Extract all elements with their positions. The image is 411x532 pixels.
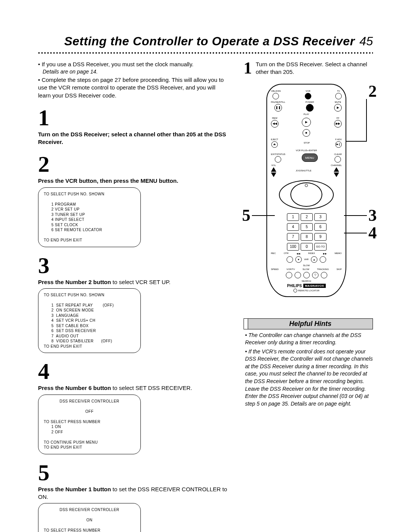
power-button — [306, 104, 314, 112]
osd-header: TO SELECT PRESS NUMBER — [44, 528, 135, 532]
osd-header: TO SELECT PRESS NUMBER — [44, 419, 135, 425]
label-jog: JOG/SHUTTLE — [296, 169, 311, 172]
osd-item: 6 SET DSS RECEIVER — [51, 329, 96, 333]
callout-line — [346, 141, 367, 142]
callout-line — [344, 215, 367, 216]
label-cbldss: CBL/DSS — [271, 90, 281, 92]
brand-row: PHILIPS MAGNAVOX — [287, 284, 325, 288]
step-text: Press the Number 6 button to select SET … — [38, 384, 228, 392]
label-mute: MUTE — [335, 101, 341, 103]
osd-item: 3 TUNER SET UP — [51, 212, 135, 217]
label-memo: MEMO — [335, 252, 342, 254]
dotted-rule: ••••••••••••••••••••••••••••••••••••••••… — [38, 50, 373, 56]
manual-page: Setting the Controller to Operate a DSS … — [0, 0, 411, 532]
var-up-button: ▲ — [311, 256, 317, 263]
key-5: 5 — [301, 223, 313, 231]
osd-item: 4 INPUT SELECT — [51, 217, 135, 222]
osd-item: 2 VCR SET UP — [51, 207, 135, 212]
bullet-text: If you use a DSS Receiver, you must set … — [41, 61, 193, 67]
right-step-number: 1 — [244, 61, 252, 76]
step-text: Turn on the DSS Receiver; select a chann… — [38, 131, 228, 146]
tracking-button: ▽ — [312, 272, 319, 278]
hint-item: If the VCR's remote control does not ope… — [245, 348, 373, 408]
label-clear: CLEAR — [334, 153, 342, 155]
hints-list: The Controller can change channels at th… — [244, 332, 373, 408]
callout-line — [344, 233, 367, 233]
label-tracking: TRACKING — [317, 268, 329, 270]
step-bold: Press the Number 6 button — [38, 385, 111, 391]
osd-screen: TO SELECT PUSH NO. SHOWN 1 SET REPEAT PL… — [38, 288, 141, 353]
osd-items: 1 PROGRAM 2 VCR SET UP 3 TUNER SET UP 4 … — [44, 202, 135, 233]
key-9: 9 — [314, 233, 327, 241]
label-stop: STOP — [304, 142, 310, 144]
osd-item: 5 SET CLOCK — [51, 222, 135, 228]
osd-item: 7 AUDIO OUT — [51, 334, 79, 338]
label-otr: OTR — [284, 252, 288, 254]
hint-item: The Controller can change channels at th… — [245, 332, 373, 347]
label-exit: EXIT/STATUS — [271, 153, 285, 155]
step-rest: to select SET DSS RECEIVER. — [111, 385, 192, 391]
label-channel: CHANNEL — [331, 164, 342, 166]
key-goto: GO-TO — [314, 243, 327, 251]
label-fadv: F.ADV — [335, 138, 342, 141]
osd-screen: DSS RECEIVER CONTROLLER OFF TO SELECT PR… — [38, 395, 141, 454]
exit-button — [275, 156, 281, 163]
step-number: 1 — [38, 106, 228, 129]
step-bold: Press the VCR button, then press the MEN… — [38, 177, 178, 184]
label-play: PLAY — [304, 113, 309, 115]
clear-button — [335, 156, 341, 163]
label-index: INDEX — [308, 252, 315, 254]
label-power: POWER — [305, 101, 314, 103]
remote-locator-row: REMOTE LOCATOR — [293, 289, 320, 292]
label-search: SEARCH — [301, 280, 311, 282]
osd-item: 2 OFF — [51, 430, 135, 435]
callout-5: 5 — [242, 206, 250, 225]
step-text: Press the Number 1 button to set the DSS… — [38, 486, 228, 501]
key-1: 1 — [287, 213, 299, 221]
step-number: 3 — [38, 254, 228, 277]
step-rest: to select VCR SET UP. — [111, 279, 170, 285]
rec-button — [287, 256, 293, 263]
label-vol: VOL — [271, 164, 276, 166]
osd-item: 1 SET REPEAT PLAY (OFF) — [51, 303, 114, 307]
details-note: Details are on page 14. — [43, 68, 228, 75]
label-eject: EJECT — [271, 138, 278, 141]
osd-item: 1 PROGRAM — [51, 202, 135, 207]
label-var: VAR — [304, 258, 309, 260]
right-step-text: Turn on the DSS Receiver. Select a chann… — [256, 61, 373, 76]
callout-3: 3 — [368, 206, 377, 225]
callout-4: 4 — [368, 223, 377, 243]
hints-rule — [244, 319, 248, 329]
osd-footer: TO END PUSH EXIT — [44, 238, 135, 243]
cbldss-button — [272, 93, 279, 99]
fadv-button: ▶❙ — [335, 141, 342, 148]
label-rec: REC — [271, 252, 276, 254]
var-down-button: ▼ — [295, 256, 302, 263]
pause-button: ❚❚ — [274, 104, 282, 112]
label-slow2: SLOW — [303, 268, 309, 270]
key-4: 4 — [287, 223, 299, 231]
ch-down-button — [334, 173, 339, 177]
step-bold: Press the Number 1 button — [38, 486, 111, 492]
vol-up-button — [271, 167, 276, 172]
key-100: 100 — [287, 243, 299, 251]
ff-button: ▶▶ — [334, 120, 342, 128]
hints-title: Helpful Hints — [248, 319, 373, 329]
osd-item: 2 ON SCREEN MODE — [51, 308, 94, 312]
tv-button — [335, 93, 342, 99]
brand-magnavox: MAGNAVOX — [303, 284, 326, 288]
locator-icon — [293, 289, 297, 292]
step-number: 2 — [38, 153, 228, 176]
page-number: 45 — [359, 34, 373, 48]
speed-button — [286, 272, 292, 278]
osd-item: 6 SET REMOTE LOCATOR — [51, 227, 135, 233]
osd-item: 3 LANGUAGE — [51, 313, 79, 318]
step-number: 5 — [38, 461, 228, 484]
jog-dot-icon — [305, 184, 308, 187]
osd-title: DSS RECEIVER CONTROLLER — [44, 399, 135, 404]
vcrtv-button — [295, 272, 301, 278]
osd-item: 4 SET VCR PLUS+ CH — [51, 318, 96, 323]
osd-title: DSS RECEIVER CONTROLLER — [44, 507, 135, 513]
intro-bullets: If you use a DSS Receiver, you must set … — [38, 61, 228, 99]
step-number: 4 — [38, 360, 228, 383]
